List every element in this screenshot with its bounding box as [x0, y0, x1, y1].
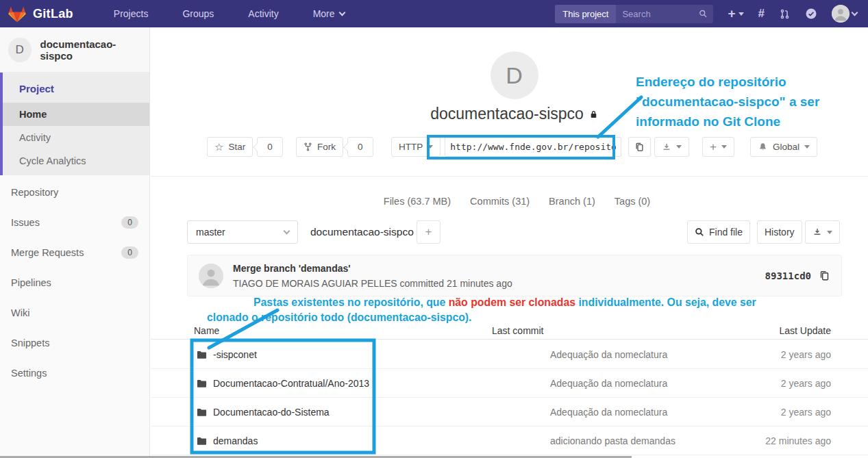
stat-branch[interactable]: Branch (1)	[549, 196, 595, 207]
annotation-red-highlight: não podem ser clonadas	[449, 296, 575, 309]
download-dropdown[interactable]	[654, 137, 689, 157]
sidebar-item-issues[interactable]: Issues0	[0, 207, 149, 238]
caret-down-icon	[676, 145, 682, 149]
nav-more[interactable]: More	[296, 0, 362, 27]
left-sidebar: D documentacao-sispco Project Home Activ…	[0, 27, 150, 458]
search-scope-button[interactable]: This project	[555, 5, 616, 23]
last-update-time: 22 minutes ago	[765, 435, 831, 446]
nav-projects[interactable]: Projects	[97, 0, 166, 27]
caret-down-icon	[827, 231, 832, 234]
search-input[interactable]	[622, 9, 698, 19]
bell-icon	[758, 142, 768, 153]
plus-icon: +	[710, 141, 717, 153]
protocol-dropdown[interactable]: HTTP	[391, 137, 441, 157]
download-icon	[662, 142, 671, 152]
commit-message-link[interactable]: Adequação da nomeclatura	[550, 378, 667, 389]
project-avatar-small: D	[8, 38, 32, 62]
sidebar-item-activity[interactable]: Activity	[3, 126, 149, 149]
stat-commits[interactable]: Commits (31)	[470, 196, 530, 207]
commit-message-link[interactable]: Adequação da nomeclatura	[550, 349, 667, 360]
committer-avatar	[199, 264, 223, 288]
annotation-folders-note-line2: clonado o repositório todo (documentacao…	[207, 311, 472, 325]
new-file-dropdown[interactable]: +	[702, 137, 734, 157]
table-row: Documentacao-do-Sistema Adequação da nom…	[151, 398, 868, 427]
last-commit-panel: Merge branch 'demandas' TIAGO DE MORAIS …	[187, 255, 842, 296]
annotation-clone-note: Endereço do repositório "documentacao-si…	[636, 72, 841, 131]
sidebar-item-snippets[interactable]: Snippets	[0, 328, 149, 358]
new-menu-button[interactable]: +	[728, 8, 743, 20]
notification-dropdown[interactable]: Global	[750, 137, 817, 157]
last-update-time: 2 years ago	[781, 407, 831, 418]
star-button[interactable]: ☆Star	[207, 137, 253, 157]
clone-group: HTTP	[391, 137, 651, 157]
copy-commit-sha-button[interactable]	[819, 270, 830, 282]
issues-dashboard-button[interactable]: #	[758, 7, 765, 21]
branch-selector[interactable]: master	[187, 220, 298, 244]
fork-button[interactable]: Fork	[296, 137, 343, 157]
header-divider	[151, 176, 868, 177]
chevron-down-icon	[852, 10, 858, 16]
find-file-button[interactable]: Find file	[687, 220, 750, 244]
search-box	[616, 5, 713, 23]
gitlab-brand-text: GitLab	[33, 7, 73, 21]
issues-count-badge: 0	[121, 216, 138, 229]
nav-groups[interactable]: Groups	[165, 0, 231, 27]
copy-url-button[interactable]	[628, 137, 651, 157]
download-archive-dropdown[interactable]	[805, 220, 840, 244]
search-icon	[699, 9, 708, 18]
gitlab-home-link[interactable]: GitLab	[0, 5, 73, 23]
last-update-time: 2 years ago	[781, 349, 831, 360]
project-context[interactable]: D documentacao-sispco	[0, 27, 149, 73]
merge-request-icon	[779, 8, 791, 20]
clone-url-input[interactable]	[445, 137, 621, 157]
plus-icon: +	[728, 7, 735, 20]
folder-icon	[197, 436, 207, 446]
chevron-down-icon	[338, 10, 345, 16]
stat-files[interactable]: Files (63.7 MB)	[384, 196, 451, 207]
merge-requests-button[interactable]	[779, 8, 791, 20]
sidebar-item-cycle-analytics[interactable]: Cycle Analytics	[3, 149, 149, 173]
tree-controls: master documentacao-sispco / + Find file…	[151, 220, 868, 244]
gitlab-project-page: GitLab Projects Groups Activity More Thi…	[0, 0, 868, 458]
search-icon	[695, 227, 704, 237]
project-avatar-large: D	[491, 51, 538, 99]
star-group: ☆Star 0	[207, 137, 283, 157]
folder-link[interactable]: Documentacao-Contratual/Ano-2013	[197, 378, 369, 389]
annotation-folders-note-line1: Pastas existentes no repositório, que nã…	[253, 296, 756, 309]
sidebar-item-settings[interactable]: Settings	[0, 358, 149, 388]
commit-message-link[interactable]: adicionando pasta demandas	[550, 435, 675, 446]
folder-link[interactable]: demandas	[197, 435, 258, 446]
fork-count[interactable]: 0	[347, 137, 373, 157]
section-title: Project	[3, 74, 149, 103]
nav-activity[interactable]: Activity	[231, 0, 295, 27]
folder-icon	[197, 407, 207, 417]
gitlab-tanuki-icon	[8, 5, 26, 23]
sidebar-item-wiki[interactable]: Wiki	[0, 298, 149, 328]
sidebar-item-merge-requests[interactable]: Merge Requests0	[0, 238, 149, 268]
column-header-name: Name	[194, 325, 219, 336]
column-header-last-commit: Last commit	[492, 325, 543, 336]
user-menu-button[interactable]	[832, 5, 857, 23]
commit-sha-group: 89311cd0	[765, 255, 830, 296]
star-count[interactable]: 0	[257, 137, 283, 157]
breadcrumb-project[interactable]: documentacao-sispco	[310, 226, 414, 238]
fork-group: Fork 0	[296, 137, 373, 157]
sidebar-item-pipelines[interactable]: Pipelines	[0, 268, 149, 298]
folder-link[interactable]: Documentacao-do-Sistema	[197, 407, 330, 418]
todos-button[interactable]	[805, 8, 817, 20]
fork-icon	[303, 142, 312, 152]
commit-message-link[interactable]: Adequação da nomeclatura	[550, 407, 667, 418]
sidebar-item-repository[interactable]: Repository	[0, 177, 149, 207]
table-row: -sispconet Adequação da nomeclatura 2 ye…	[151, 340, 868, 369]
add-to-tree-button[interactable]: +	[417, 220, 441, 244]
folder-icon	[197, 379, 207, 388]
commit-sha-link[interactable]: 89311cd0	[765, 270, 811, 281]
history-button[interactable]: History	[757, 220, 802, 244]
stat-tags[interactable]: Tags (0)	[615, 196, 650, 207]
caret-down-icon	[721, 145, 727, 149]
sidebar-item-home[interactable]: Home	[3, 103, 149, 126]
folder-link[interactable]: -sispconet	[197, 349, 257, 360]
private-lock-icon	[589, 110, 598, 119]
commit-title-link[interactable]: Merge branch 'demandas'	[233, 263, 351, 274]
column-header-last-update: Last Update	[780, 325, 832, 336]
